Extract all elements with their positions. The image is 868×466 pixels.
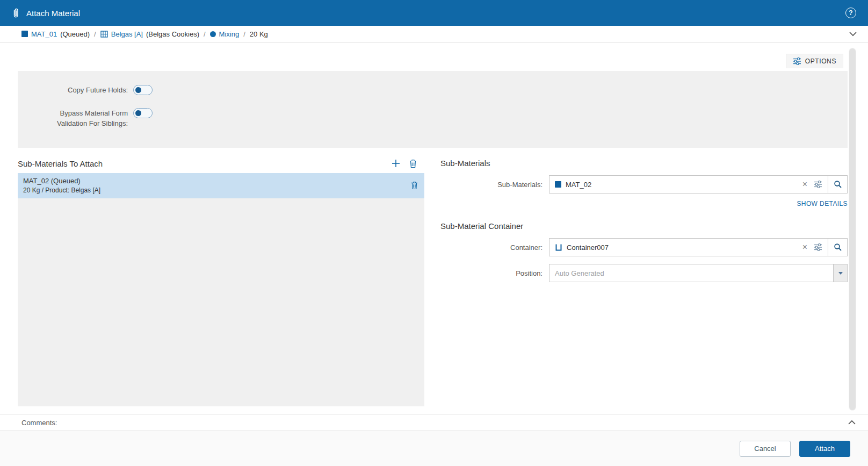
sub-materials-title: Sub-Materials [440, 159, 848, 168]
dropdown-arrow-icon[interactable] [833, 264, 847, 282]
vertical-scrollbar[interactable] [849, 48, 856, 411]
dialog-content: OPTIONS Copy Future Holds: Bypass Materi… [0, 42, 868, 414]
bypass-validation-toggle[interactable] [133, 108, 153, 118]
container-field[interactable]: Container007 × [549, 238, 848, 256]
chevron-down-icon[interactable] [849, 31, 857, 37]
material-icon [555, 181, 561, 188]
attach-material-dialog: Attach Material ? MAT_01 (Queued) / Belg… [0, 0, 868, 466]
breadcrumb-separator: / [94, 30, 96, 38]
plus-icon [391, 159, 401, 168]
breadcrumb-quantity: 20 Kg [250, 30, 268, 38]
paperclip-icon [12, 8, 20, 18]
details-sliders-icon[interactable] [814, 243, 822, 251]
breadcrumb-step-link[interactable]: Mixing [219, 30, 240, 38]
sub-materials-field-label: Sub-Materials: [440, 181, 549, 189]
search-button[interactable] [828, 176, 847, 193]
copy-future-holds-toggle[interactable] [133, 85, 153, 95]
options-sliders-icon [793, 58, 801, 65]
comments-label: Comments: [21, 419, 57, 427]
container-field-label: Container: [440, 243, 549, 252]
sub-materials-to-attach-panel: Sub-Materials To Attach MAT_02 (Queued) [18, 159, 424, 406]
material-icon [21, 31, 28, 37]
cancel-button[interactable]: Cancel [740, 441, 791, 457]
help-icon[interactable]: ? [845, 8, 856, 18]
sub-materials-value: MAT_02 [566, 181, 591, 189]
breadcrumb-product-link[interactable]: Belgas [A] [111, 30, 143, 38]
show-details-link[interactable]: SHOW DETAILS [440, 200, 848, 207]
attach-list-title: Sub-Materials To Attach [18, 159, 103, 168]
attach-list: MAT_02 (Queued) 20 Kg / Product: Belgas … [18, 173, 424, 406]
position-field-label: Position: [440, 269, 549, 277]
add-button[interactable] [391, 159, 401, 168]
breadcrumb-material-state: (Queued) [60, 30, 90, 38]
chevron-up-icon[interactable] [848, 419, 856, 426]
list-item[interactable]: MAT_02 (Queued) 20 Kg / Product: Belgas … [18, 173, 424, 198]
sub-material-container-title: Sub-Material Container [440, 221, 848, 231]
clear-icon[interactable]: × [800, 243, 809, 252]
clear-icon[interactable]: × [800, 180, 809, 189]
options-panel: Copy Future Holds: Bypass Material Form … [18, 71, 848, 148]
scrollbar-thumb[interactable] [849, 48, 856, 410]
copy-future-holds-label: Copy Future Holds: [18, 85, 128, 95]
options-tab-label: OPTIONS [805, 58, 836, 65]
delete-row-button[interactable] [411, 181, 418, 190]
breadcrumb-product-name: (Belgas Cookies) [146, 30, 199, 38]
details-sliders-icon[interactable] [814, 181, 822, 188]
breadcrumb: MAT_01 (Queued) / Belgas [A] (Belgas Coo… [0, 26, 868, 42]
sub-materials-panel: Sub-Materials Sub-Materials: MAT_02 × [440, 159, 848, 406]
search-icon [834, 243, 842, 252]
options-tab[interactable]: OPTIONS [786, 54, 843, 68]
position-placeholder: Auto Generated [555, 269, 833, 277]
step-icon [210, 31, 216, 37]
attach-button[interactable]: Attach [799, 441, 850, 457]
row-subtitle: 20 Kg / Product: Belgas [A] [23, 186, 411, 195]
trash-icon [409, 159, 417, 168]
search-button[interactable] [828, 239, 847, 256]
position-dropdown[interactable]: Auto Generated [549, 264, 848, 282]
container-icon [555, 243, 562, 251]
comments-section: Comments: [0, 414, 868, 431]
container-value: Container007 [567, 243, 609, 252]
page-title: Attach Material [26, 9, 80, 18]
sub-materials-field[interactable]: MAT_02 × [549, 175, 848, 193]
delete-button[interactable] [409, 159, 417, 168]
breadcrumb-separator: / [243, 30, 245, 38]
breadcrumb-separator: / [204, 30, 206, 38]
bypass-validation-label: Bypass Material Form Validation For Sibl… [18, 108, 128, 128]
product-icon [100, 31, 108, 38]
row-title: MAT_02 (Queued) [23, 176, 411, 186]
search-icon [834, 180, 842, 189]
dialog-footer: Cancel Attach [0, 431, 868, 466]
breadcrumb-material-link[interactable]: MAT_01 [31, 30, 57, 38]
header-bar: Attach Material ? [0, 0, 868, 26]
trash-icon [411, 181, 418, 190]
